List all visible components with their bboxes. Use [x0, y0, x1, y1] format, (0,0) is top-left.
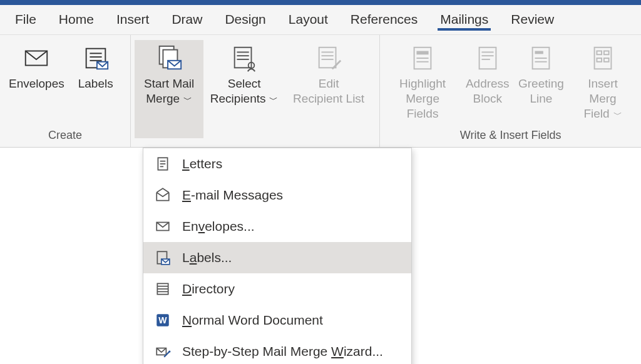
directory-icon	[155, 281, 171, 297]
letters-icon	[155, 156, 171, 172]
tab-draw[interactable]: Draw	[160, 6, 213, 34]
tab-insert[interactable]: Insert	[105, 6, 161, 34]
menu-item-normal-document-label: Normal Word Document	[182, 313, 323, 328]
email-icon	[155, 187, 171, 203]
chevron-down-icon: ﹀	[611, 109, 622, 119]
address-block-label: Address Block	[466, 76, 510, 106]
svg-rect-32	[597, 51, 602, 55]
word-icon: W	[155, 312, 171, 328]
tab-references[interactable]: References	[339, 6, 429, 34]
highlight-merge-fields-icon	[408, 44, 437, 73]
select-recipients-icon	[230, 44, 259, 73]
wizard-icon	[155, 343, 171, 360]
svg-rect-33	[604, 51, 609, 55]
labels-menu-icon	[155, 250, 171, 266]
edit-recipient-list-button: Edit Recipient List	[285, 40, 372, 138]
tab-file[interactable]: File	[4, 6, 48, 34]
envelopes-button[interactable]: Envelopes	[4, 40, 69, 125]
menu-item-letters-label: Letters	[182, 156, 222, 171]
group-create-label: Create	[4, 125, 126, 147]
menu-item-letters[interactable]: Letters	[143, 148, 411, 179]
greeting-line-icon	[526, 44, 555, 73]
start-mail-merge-button[interactable]: Start Mail Merge ﹀	[135, 40, 203, 138]
menu-item-labels-label: Labels...	[182, 250, 232, 265]
greeting-line-button: Greeting Line	[514, 40, 568, 125]
menu-item-email-label: E-mail Messages	[182, 188, 283, 203]
highlight-merge-fields-button: Highlight Merge Fields	[384, 40, 461, 125]
chevron-down-icon: ﹀	[181, 94, 192, 104]
svg-text:W: W	[158, 315, 167, 325]
insert-merge-field-label: Insert Merg Field ﹀	[573, 76, 632, 121]
envelopes-icon	[155, 218, 171, 235]
svg-rect-34	[597, 58, 602, 62]
menu-item-directory-label: Directory	[182, 281, 235, 296]
select-recipients-label: Select Recipients ﹀	[210, 76, 279, 106]
labels-label: Labels	[78, 76, 113, 91]
labels-button[interactable]: Labels	[69, 40, 122, 125]
menu-item-email[interactable]: E-mail Messages	[143, 179, 411, 211]
group-start-mail-merge: Start Mail Merge ﹀ Select Recipients ﹀ E…	[131, 35, 380, 147]
svg-rect-23	[479, 48, 496, 69]
menu-item-directory[interactable]: Directory	[143, 273, 411, 305]
svg-rect-14	[319, 48, 336, 68]
menu-item-envelopes[interactable]: Envelopes...	[143, 211, 411, 242]
svg-point-51	[168, 350, 170, 352]
insert-merge-field-button: Insert Merg Field ﹀	[568, 40, 637, 125]
address-block-icon	[473, 44, 502, 73]
insert-merge-field-icon	[588, 44, 617, 73]
envelopes-label: Envelopes	[9, 76, 64, 91]
start-mail-merge-dropdown: Letters E-mail Messages Envelopes... Lab…	[143, 148, 412, 364]
highlight-merge-fields-label: Highlight Merge Fields	[389, 76, 456, 121]
chevron-down-icon: ﹀	[267, 94, 279, 104]
ribbon: Envelopes Labels Create Start Mail Merge…	[0, 35, 641, 148]
title-bar	[0, 0, 641, 5]
ribbon-tabs: File Home Insert Draw Design Layout Refe…	[0, 5, 641, 35]
start-mail-merge-label: Start Mail Merge ﹀	[144, 76, 194, 106]
menu-item-wizard-label: Step-by-Step Mail Merge Wizard...	[182, 344, 383, 359]
labels-icon	[81, 44, 110, 73]
select-recipients-button[interactable]: Select Recipients ﹀	[203, 40, 285, 138]
envelope-icon	[22, 44, 51, 73]
address-block-button: Address Block	[461, 40, 514, 125]
svg-rect-28	[535, 51, 543, 54]
group-start-label	[135, 138, 376, 147]
tab-mailings[interactable]: Mailings	[429, 6, 500, 34]
edit-recipient-list-label: Edit Recipient List	[293, 76, 364, 106]
menu-item-envelopes-label: Envelopes...	[182, 219, 255, 234]
menu-item-labels[interactable]: Labels...	[143, 242, 411, 273]
svg-line-50	[164, 351, 170, 357]
tab-layout[interactable]: Layout	[277, 6, 339, 34]
edit-recipient-list-icon	[314, 44, 343, 73]
tab-home[interactable]: Home	[48, 6, 105, 34]
group-create: Envelopes Labels Create	[0, 35, 131, 147]
group-write-insert: Highlight Merge Fields Address Block Gre…	[380, 35, 641, 147]
tab-design[interactable]: Design	[213, 6, 277, 34]
svg-line-18	[332, 61, 341, 69]
greeting-line-label: Greeting Line	[518, 76, 564, 106]
svg-rect-35	[604, 58, 609, 62]
menu-item-wizard[interactable]: Step-by-Step Mail Merge Wizard...	[143, 336, 411, 364]
start-mail-merge-icon	[155, 44, 183, 73]
tab-review[interactable]: Review	[500, 6, 565, 34]
svg-rect-20	[416, 51, 428, 55]
menu-item-normal-document[interactable]: W Normal Word Document	[143, 305, 411, 336]
group-write-insert-label: Write & Insert Fields	[384, 125, 637, 147]
